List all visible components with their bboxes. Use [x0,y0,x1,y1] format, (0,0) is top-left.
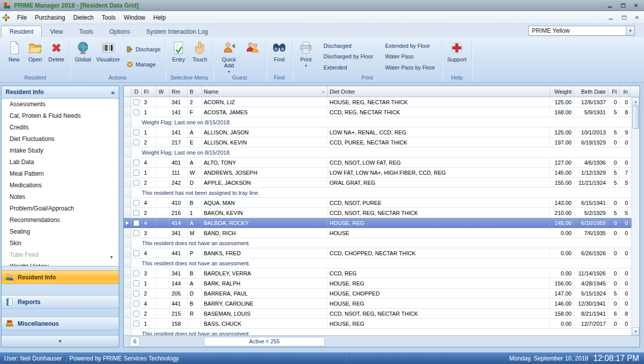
grid-header-ft[interactable]: Ft [608,86,619,97]
ribbon-tab-resident[interactable]: Resident [1,26,42,37]
nav-button-reports[interactable]: Reports [2,295,119,309]
maximize-button[interactable] [618,2,628,9]
print-link-extended-by-floor[interactable]: Extended by Floor [383,40,437,51]
sidebar-scroll-down-icon[interactable]: ▼ [109,255,114,260]
row-checkbox[interactable] [133,200,139,206]
grid-message-row[interactable]: This resident has not been assigned to t… [124,188,639,198]
sidebar-item-weight-history[interactable]: Weight History [2,261,119,266]
row-checkbox[interactable] [133,311,139,317]
nav-button-miscellaneous[interactable]: Miscellaneous [2,317,119,330]
grid-row[interactable]: 1141FACOSTA, JAMESCCD, REG, NECTAR THICK… [124,107,639,117]
entry-button[interactable]: Entry [168,39,189,74]
sidebar-item-intake-study[interactable]: Intake Study [2,145,119,157]
grid-row[interactable]: 2217EALLISON, KEVINCCD, PUREE, NECTAR TH… [124,137,639,148]
print-link-discharged[interactable]: Discharged [321,40,375,51]
discharge-button[interactable]: Discharge [124,45,163,54]
row-checkbox[interactable] [133,230,139,236]
theme-combobox[interactable]: PRIME Yellow ▼ [528,26,635,36]
chevron-down-icon[interactable]: ▼ [626,26,634,35]
grid-row[interactable]: 22161BAKON, KEVINCCD, NSOT, REG, NECTAR … [124,208,639,218]
nav-button-resident-info[interactable]: Resident Info [2,270,119,284]
grid-row[interactable]: 1141AALLISON, JASONLOW NA+, RENAL, CCD, … [124,127,639,137]
footer-record-number[interactable]: 6 [130,337,140,346]
row-checkbox[interactable] [133,170,139,176]
sidebar-item-problem-goal-approach[interactable]: Problem/Goal/Approach [2,203,119,214]
ribbon-tab-system-interaction-log[interactable]: System Interaction Log [138,26,216,37]
row-checkbox[interactable] [133,270,139,276]
grid-row[interactable]: 4414ABALBOA, ROCKYHOUSE, REG145.006/16/1… [124,218,639,228]
sidebar-item-recommendations[interactable]: Recommendations [2,214,119,226]
menu-tools[interactable]: Tools [98,12,120,24]
grid-message-row[interactable]: Weight Flag: Last one on 8/15/2018. [124,117,639,127]
row-checkbox[interactable] [133,280,139,286]
print-link-extended[interactable]: Extended [321,62,375,73]
support-button[interactable]: Support [445,39,469,74]
ribbon-tab-view[interactable]: View [42,26,71,37]
sidebar-item-seating[interactable]: Seating [2,226,119,238]
scroll-thumb[interactable] [632,106,639,129]
print-button[interactable]: Print ▾ [295,39,316,74]
grid-header-weight[interactable]: Weight [550,86,574,97]
grid-message-row[interactable]: This resident does not have an assessmen… [124,238,639,248]
scroll-up-button[interactable]: ▲ [632,97,639,105]
sidebar-item-tube-feed[interactable]: Tube Feed [2,249,119,261]
print-link-water-pass-by-floor[interactable]: Water Pass by Floor [383,62,437,73]
grid-row[interactable]: 4441PBANKS, FREDCCD, CHOPPED, NECTAR THI… [124,248,639,258]
manage-button[interactable]: Manage [124,60,163,69]
nav-options-bar[interactable]: ▼ [2,335,119,347]
grid-row[interactable]: 1144ABARK, RALPHHOUSE, REG156.004/28/194… [124,278,639,288]
grid-message-row[interactable]: This resident does not have an assessmen… [124,329,639,335]
grid-row[interactable]: 4401AALTO, TONYCCD, NSOT, LOW FAT, REG12… [124,158,639,168]
grid-header-birth-date[interactable]: Birth Date [574,86,608,97]
close-button[interactable]: × [631,2,641,9]
grid-row[interactable]: 2215RBASEMAN, LOUISCCD, NSOT, REG, NECTA… [124,309,639,319]
print-link-water-pass[interactable]: Water Pass [383,51,437,62]
menu-help[interactable]: Help [149,12,170,24]
grid-row[interactable]: 2205DBARRERA, PAULHOUSE, CHOPPED147.005/… [124,288,639,299]
grid-header-w[interactable]: W [156,86,170,97]
row-checkbox[interactable] [133,180,139,186]
row-checkbox[interactable] [133,109,139,115]
grid-row[interactable]: 33412ACORN, LIZHOUSE, REG, NECTAR THICK1… [124,97,639,107]
ribbon-tab-options[interactable]: Options [101,26,138,37]
grid-message-row[interactable]: This resident does not have an assessmen… [124,258,639,268]
grid-header-d[interactable]: D [131,86,142,97]
row-checkbox[interactable] [133,301,139,307]
vertical-scrollbar[interactable]: ▲ ▼ [631,97,639,335]
sidebar-item-meal-pattern[interactable]: Meal Pattern [2,168,119,180]
sidebar-item-medications[interactable]: Medications [2,180,119,191]
sidebar-item-cal-protein-fluid-needs[interactable]: Cal, Protein & Fluid Needs [2,110,119,122]
mdi-close-button[interactable]: × [632,14,642,21]
grid-row[interactable]: 3341BBARDLEY, VERRACCD, REG0.0011/14/192… [124,268,639,278]
menu-file[interactable]: File [13,12,31,24]
open-button[interactable]: Open [25,39,46,74]
row-checkbox[interactable] [133,129,139,135]
collapse-sidebar-button[interactable]: « [111,89,115,96]
grid-row[interactable]: 1158BASS, CHUCKHOUSE, REG0.0012/7/201700 [124,319,639,329]
row-checkbox[interactable] [133,160,139,166]
menu-purchasing[interactable]: Purchasing [31,12,69,24]
menu-window[interactable]: Window [120,12,149,24]
grid-row[interactable]: 4410BAQUA, MANCCD, NSOT, PUREE143.006/15… [124,198,639,208]
minimize-button[interactable] [605,2,615,9]
row-checkbox[interactable] [133,321,139,327]
sidebar-item-assessments[interactable]: Assessments [2,99,119,110]
grid-header-name[interactable]: Name▲ [202,86,328,97]
grid-row[interactable]: 3341MBAND, RICHHOUSE0.007/6/193500 [124,228,639,238]
sidebar-item-credits[interactable]: Credits [2,122,119,133]
grid-row[interactable]: 2242DAPPLE, JACKSONORAL GRAT, REG155.001… [124,178,639,188]
quick-add-button[interactable]: Quick Add ▾ [216,39,242,74]
global-button[interactable]: Global [72,39,94,74]
delete-button[interactable]: Delete [46,39,67,74]
grid-row[interactable]: 1111WANDREWS, JOSEPHLOW FAT, LOW NA+, HI… [124,168,639,178]
print-link-discharged-by-floor[interactable]: Discharged by Floor [321,51,375,62]
sidebar-item-lab-data[interactable]: Lab Data [2,157,119,168]
menu-dietech[interactable]: Dietech [69,12,98,24]
row-checkbox[interactable] [133,210,139,216]
sidebar-item-notes[interactable]: Notes [2,191,119,203]
find-button[interactable]: Find [269,39,290,74]
ribbon-tab-tools[interactable]: Tools [71,26,101,37]
scroll-down-button[interactable]: ▼ [632,327,639,335]
grid-row[interactable]: 4441BBARRY, CAROLINEHOUSE, REG146.0012/3… [124,299,639,309]
row-checkbox[interactable] [133,250,139,256]
